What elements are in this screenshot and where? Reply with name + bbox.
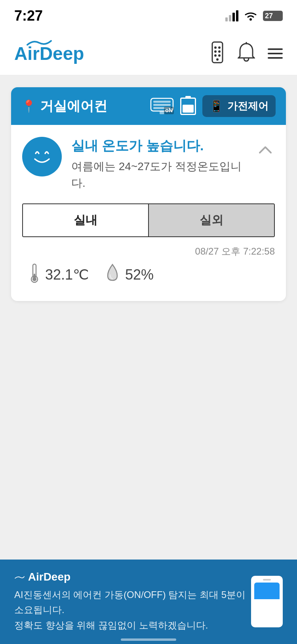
collapse-button[interactable]	[256, 140, 275, 159]
temperature-reading: 32.1℃	[29, 263, 89, 287]
temperature-value: 32.1℃	[45, 266, 89, 283]
tab-outdoor-button[interactable]: 실외	[149, 204, 274, 236]
battery-tip	[274, 13, 275, 18]
appliance-control-button[interactable]: 📱 가전제어	[202, 95, 276, 117]
status-bar: 7:27 27	[0, 0, 297, 32]
signal-bar-2	[229, 15, 231, 21]
tab-indoor-button[interactable]: 실내	[23, 204, 148, 236]
chevron-up-icon	[258, 145, 272, 154]
svg-point-8	[216, 58, 219, 61]
alert-text-section: 실내 온도가 높습니다. 여름에는 24~27도가 적정온도입니다.	[71, 137, 246, 192]
humidity-reading: 52%	[105, 263, 154, 286]
header-icons	[210, 41, 283, 66]
svg-rect-12	[153, 104, 171, 106]
footer-phone-illustration	[251, 576, 283, 627]
svg-point-5	[218, 50, 221, 53]
battery-icon: 27	[263, 11, 283, 21]
footer-banner: AirDeep AI진동센서의 에어컨 가동(ON/OFF) 탐지는 최대 5분…	[0, 560, 297, 644]
alert-section: 실내 온도가 높습니다. 여름에는 24~27도가 적정온도입니다.	[22, 137, 275, 192]
battery-fill	[183, 105, 194, 112]
battery-status-icon	[180, 98, 196, 115]
svg-point-3	[218, 46, 221, 49]
status-time: 7:27	[14, 8, 43, 24]
battery-level: 27	[265, 12, 273, 20]
humidity-value: 52%	[125, 266, 154, 283]
svg-rect-11	[153, 101, 171, 103]
thermometer-icon	[29, 263, 40, 287]
main-content: 📍 거실에어컨 oN	[0, 75, 297, 565]
tab-switcher: 실내 실외	[22, 203, 275, 237]
svg-point-0	[249, 18, 252, 21]
svg-point-2	[214, 46, 217, 49]
card-header: 📍 거실에어컨 oN	[11, 87, 286, 125]
alert-title: 실내 온도가 높습니다.	[71, 137, 246, 155]
svg-point-7	[218, 54, 221, 57]
logo-container: AirDeep	[14, 44, 84, 63]
ac-status-icon: oN	[150, 98, 174, 115]
signal-bar-1	[225, 17, 228, 21]
sensor-timestamp: 08/27 오후 7:22:58	[22, 245, 275, 258]
app-header: AirDeep	[0, 32, 297, 75]
card-location: 📍 거실에어컨	[21, 97, 107, 115]
footer-description-1: AI진동센서의 에어컨 가동(ON/OFF) 탐지는 최대 5분이 소요됩니다.	[14, 587, 251, 618]
smiley-icon	[22, 137, 62, 176]
wifi-icon	[244, 11, 257, 21]
hamburger-line-2	[268, 53, 283, 54]
signal-icon	[225, 10, 238, 21]
footer-phone-screen	[254, 583, 280, 624]
ac-on-badge: oN	[164, 107, 174, 114]
device-card: 📍 거실에어컨 oN	[11, 87, 286, 301]
svg-point-4	[214, 50, 217, 53]
location-name: 거실에어컨	[40, 97, 107, 115]
hamburger-menu-icon[interactable]	[268, 48, 283, 59]
svg-point-6	[214, 54, 217, 57]
app-logo: AirDeep	[14, 43, 84, 64]
card-header-actions: oN 📱 가전제어	[150, 95, 276, 117]
location-pin-icon: 📍	[21, 99, 36, 113]
signal-bar-4	[236, 10, 238, 21]
bell-icon[interactable]	[238, 42, 255, 65]
svg-rect-14	[160, 111, 164, 114]
home-indicator	[121, 638, 176, 641]
alert-description: 여름에는 24~27도가 적정온도입니다.	[71, 158, 246, 192]
hamburger-line-3	[268, 57, 283, 59]
footer-logo: AirDeep	[14, 571, 251, 583]
remote-icon[interactable]	[210, 41, 225, 66]
footer-description-2: 정확도 향상을 위해 끊임없이 노력하겠습니다.	[14, 618, 251, 633]
status-icons: 27	[225, 10, 283, 21]
footer-text-section: AirDeep AI진동센서의 에어컨 가동(ON/OFF) 탐지는 최대 5분…	[14, 571, 251, 633]
remote-small-icon: 📱	[209, 100, 223, 113]
footer-logo-text: AirDeep	[28, 571, 70, 583]
svg-point-18	[32, 277, 36, 281]
humidity-icon	[105, 263, 120, 286]
sensor-readings: 32.1℃ 52%	[22, 263, 275, 287]
hamburger-line-1	[268, 48, 283, 50]
card-body: 실내 온도가 높습니다. 여름에는 24~27도가 적정온도입니다. 실내 실외…	[11, 125, 286, 301]
appliance-btn-label: 가전제어	[227, 99, 268, 113]
signal-bar-3	[232, 13, 235, 21]
